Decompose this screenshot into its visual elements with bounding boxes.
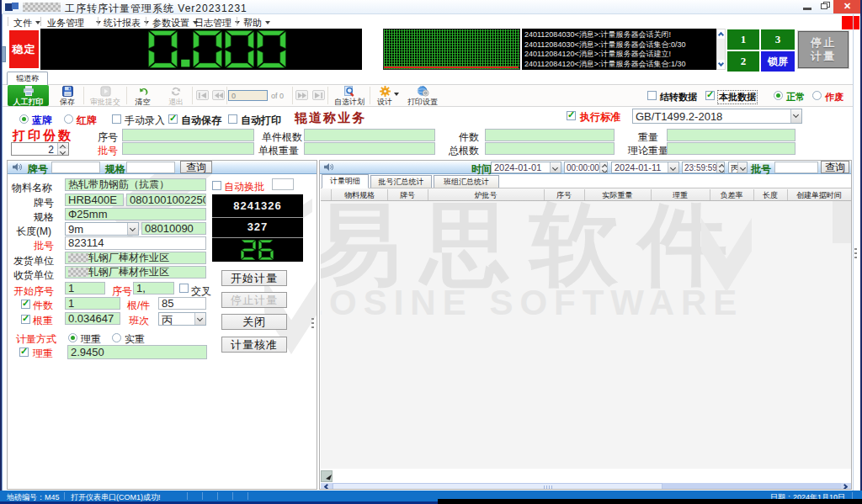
restore-button[interactable]	[817, 0, 833, 13]
column-neg-tolerance[interactable]: 负差率	[710, 190, 753, 201]
header-query-button[interactable]: 查询	[180, 161, 212, 173]
auto-batch-checkbox[interactable]	[212, 181, 221, 190]
minimize-button[interactable]	[800, 0, 815, 13]
normal-radio[interactable]	[774, 91, 783, 100]
menu-business[interactable]: 业务管理	[47, 17, 101, 29]
blue-tag-radio[interactable]	[19, 114, 29, 124]
stable-indicator[interactable]: 稳定	[9, 30, 39, 68]
design-button[interactable]: 设计	[375, 85, 395, 108]
query-button[interactable]: 查询	[821, 161, 849, 173]
header-brand-input[interactable]	[51, 162, 100, 173]
table-body[interactable]: 易思软件 EOSINE SOFTWARE	[321, 201, 851, 469]
tab-roller-scale[interactable]: 辊道称	[7, 72, 48, 85]
menu-settings[interactable]: 参数设置	[152, 17, 198, 29]
scrollbar-thumb[interactable]	[333, 483, 662, 490]
header-spec-input[interactable]	[126, 162, 175, 173]
auto-save-checkbox[interactable]	[168, 114, 178, 124]
weight-per-input[interactable]	[304, 142, 435, 155]
column-furnace-batch[interactable]: 炉批号	[428, 190, 544, 201]
manual-entry-checkbox[interactable]	[112, 114, 121, 124]
nav-first-button[interactable]	[196, 90, 209, 100]
total-bars-input[interactable]	[485, 142, 615, 155]
carry-data-checkbox[interactable]	[647, 91, 657, 100]
brand-input[interactable]: HRB400E	[65, 194, 124, 206]
batch-field-input[interactable]	[122, 142, 254, 155]
bar-weight-checkbox[interactable]	[21, 315, 30, 324]
weight-field-input[interactable]	[667, 129, 795, 141]
auto-print-checkbox[interactable]	[228, 114, 237, 124]
column-length[interactable]: 长度	[753, 190, 787, 201]
chevron-down-icon[interactable]	[550, 162, 561, 172]
exit-button[interactable]: 退出	[162, 85, 190, 108]
batch-data-checkbox[interactable]	[705, 91, 715, 100]
menu-help[interactable]: 帮助	[243, 17, 270, 29]
scroll-down-button[interactable]	[717, 60, 725, 69]
stepper-buttons[interactable]	[57, 143, 68, 155]
menu-logs[interactable]: 日志管理	[194, 17, 240, 29]
date-to-combo[interactable]: 2024-01-11	[611, 162, 679, 173]
theory-input[interactable]: 2.9450	[67, 345, 207, 359]
red-tag-radio[interactable]	[64, 114, 73, 124]
chevron-down-icon[interactable]	[127, 223, 138, 235]
close-action-button[interactable]: 关闭	[221, 314, 287, 330]
menu-file[interactable]: 文件	[13, 17, 40, 29]
length-code-input[interactable]: 08010090	[141, 222, 206, 235]
stepper-buttons[interactable]	[716, 162, 724, 172]
stepper-buttons[interactable]	[599, 162, 607, 172]
length-combo[interactable]: 9m	[65, 222, 139, 236]
brand-code-input[interactable]: 0801001002250	[126, 194, 206, 206]
scroll-up-button[interactable]	[717, 29, 725, 39]
left-edge-grip[interactable]	[2, 46, 6, 62]
chevron-down-icon[interactable]	[668, 162, 678, 172]
chevron-down-icon[interactable]	[58, 149, 68, 155]
nav-last-button[interactable]	[312, 90, 325, 100]
keypad-button-2[interactable]: 2	[727, 51, 759, 72]
chevron-down-icon[interactable]	[790, 109, 801, 123]
receiver-input[interactable]: 轧钢厂棒材作业区	[65, 266, 206, 279]
manual-print-button[interactable]: 人工打印	[8, 85, 49, 106]
clear-button[interactable]: 清空	[129, 85, 157, 108]
submit-approval-button[interactable]: 审批提交	[86, 85, 125, 108]
count-field-input[interactable]	[485, 129, 615, 141]
scroll-right-button[interactable]	[841, 483, 852, 490]
chevron-down-icon[interactable]	[717, 167, 724, 172]
theory-checkbox[interactable]	[19, 347, 29, 357]
count-checkbox[interactable]	[21, 300, 30, 309]
sender-input[interactable]: 轧钢厂棒材作业区	[65, 252, 206, 264]
save-button[interactable]: 保存	[54, 85, 81, 108]
tab-batch-summary[interactable]: 批号汇总统计	[370, 175, 432, 188]
select-plan-button[interactable]: 自选计划	[332, 85, 367, 108]
auto-batch-input[interactable]	[272, 178, 294, 190]
chevron-down-icon[interactable]	[737, 162, 747, 172]
count-input[interactable]: 1	[65, 297, 120, 310]
standard-combo[interactable]: GB/T1499.2-2018	[632, 109, 802, 124]
column-actual-weight[interactable]: 实际重量	[584, 190, 651, 201]
time-from-spinner[interactable]: 00:00:00	[564, 162, 608, 173]
close-button[interactable]: ✕	[833, 0, 861, 13]
stop-measure-action-button[interactable]: 停止计量	[221, 292, 287, 308]
tab-measure-detail[interactable]: 计量明细	[322, 174, 369, 188]
mode-theory-radio[interactable]	[68, 333, 77, 342]
batch-filter-input[interactable]	[774, 162, 818, 173]
scroll-left-button[interactable]	[321, 483, 332, 490]
horizontal-scrollbar[interactable]	[321, 483, 852, 490]
print-copies-stepper[interactable]: 2	[11, 142, 69, 156]
column-material-spec[interactable]: 物料规格	[332, 190, 387, 201]
theory-weight-input[interactable]	[667, 142, 795, 155]
column-theory-weight[interactable]: 理重	[651, 190, 710, 201]
column-create-time[interactable]: 创建单据时间	[787, 190, 851, 201]
batch-input[interactable]: 823114	[65, 236, 206, 250]
time-to-spinner[interactable]: 23:59:59	[682, 162, 725, 173]
chevron-down-icon[interactable]	[600, 167, 607, 172]
chevron-down-icon[interactable]	[194, 313, 205, 325]
material-input[interactable]: 热轧带肋钢筋（抗震）	[65, 178, 206, 191]
date-from-combo[interactable]: 2024-01-01	[491, 162, 561, 173]
nav-next-button[interactable]	[295, 90, 308, 100]
bar-weight-input[interactable]: 0.034647	[65, 312, 120, 325]
panel-splitter-handle[interactable]	[311, 318, 314, 331]
verify-measure-button[interactable]: 计量核准	[221, 337, 287, 353]
spec-input[interactable]: Φ25mm	[65, 208, 206, 220]
print-setup-button[interactable]: 打印设置	[404, 85, 441, 108]
tab-team-summary[interactable]: 班组汇总统计	[434, 175, 499, 188]
void-radio[interactable]	[812, 91, 822, 100]
